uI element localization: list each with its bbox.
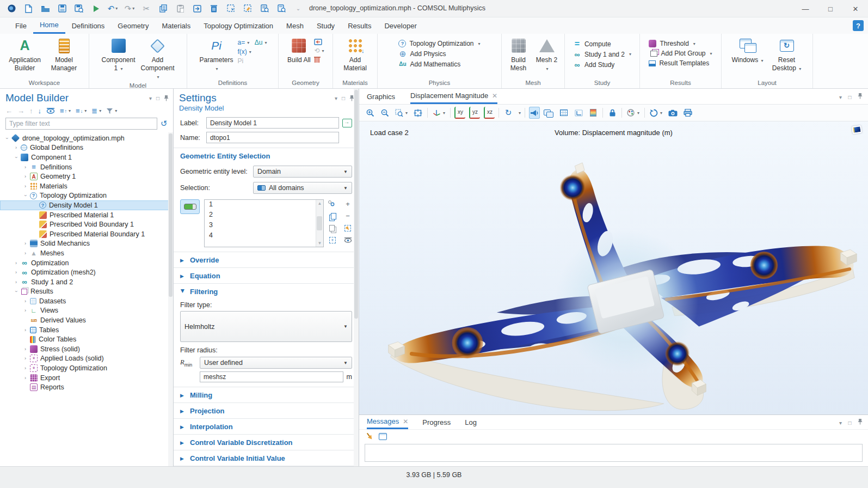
expander-icon[interactable]: › [13, 145, 20, 150]
domain-list-item[interactable]: 3 [205, 221, 323, 231]
panel-collapse-icon[interactable]: ▾ [839, 420, 842, 426]
expander-icon[interactable]: › [22, 308, 29, 313]
default-view-icon[interactable] [529, 107, 540, 119]
move-to-window-icon[interactable] [192, 4, 202, 14]
menu-home[interactable]: Home [33, 17, 65, 34]
tree-item-stress-solid[interactable]: ›Stress (solid) [0, 344, 173, 354]
expander-icon[interactable]: › [22, 164, 29, 170]
find-in-model-icon[interactable] [260, 4, 269, 14]
plot-update-icon[interactable]: ▾ [649, 107, 663, 119]
expander-icon[interactable]: › [22, 251, 29, 256]
sort-up-icon[interactable]: ≡↑▾ [60, 107, 71, 115]
close-button[interactable]: ✕ [843, 0, 868, 17]
back-icon[interactable]: ← [5, 107, 13, 115]
expander-icon[interactable]: › [22, 184, 29, 189]
virtual-operations-icon[interactable] [314, 56, 324, 63]
tree-item-optimization-mesh2[interactable]: ›Optimization (mesh2) [0, 267, 173, 277]
physics-interface-button[interactable]: Topology Optimization▾ [398, 40, 480, 47]
run-icon[interactable] [91, 4, 101, 14]
expander-icon[interactable]: › [22, 174, 29, 179]
list-scrollbar-thumb[interactable] [317, 216, 322, 230]
variables-button[interactable]: a=▾ [237, 39, 251, 46]
tree-item-results[interactable]: ›Results [0, 287, 173, 297]
geometric-entity-level-select[interactable]: Domain ▼ [253, 166, 352, 178]
panel-collapse-icon[interactable]: ▾ [149, 95, 152, 101]
show-grid-icon[interactable] [558, 107, 569, 119]
paste-icon[interactable] [175, 4, 185, 14]
rotate-icon[interactable] [503, 107, 514, 119]
expander-icon[interactable]: › [13, 270, 20, 275]
menu-results[interactable]: Results [341, 17, 378, 34]
add-plot-group-button[interactable]: Add Plot Group▾ [649, 50, 712, 57]
panel-collapse-icon[interactable]: ▾ [335, 95, 337, 101]
tree-item-study-1-and-2[interactable]: ›Study 1 and 2 [0, 277, 173, 287]
lock-view-icon[interactable] [607, 107, 618, 119]
scene-icon[interactable] [544, 109, 555, 117]
expander-icon[interactable]: › [14, 288, 19, 295]
view-xy-icon[interactable]: xy [454, 107, 465, 119]
section-milling[interactable]: ▶Milling [174, 387, 359, 402]
search-icon[interactable] [276, 4, 286, 14]
graphics-canvas[interactable]: Load case 2 Volume: Displacement magnitu… [359, 121, 868, 414]
tree-item-meshes[interactable]: ›Meshes [0, 248, 173, 258]
clear-selection-icon[interactable] [344, 224, 352, 231]
menu-definitions[interactable]: Definitions [65, 17, 112, 34]
windows-button[interactable]: Windows ▾ [730, 35, 766, 64]
tree-item-materials[interactable]: ›Materials [0, 181, 173, 191]
zoom-extents-icon[interactable] [413, 107, 423, 119]
tree-item-prescribed-material-1[interactable]: Prescribed Material 1 [0, 210, 173, 220]
tree-item-views[interactable]: ›Views [0, 306, 173, 316]
tree-item-topology-optimization-results[interactable]: ›Topology Optimization [0, 363, 173, 373]
snapshot-icon[interactable] [667, 107, 679, 119]
move-up-icon[interactable]: ↑ [29, 107, 33, 115]
tree-filter-input[interactable] [5, 118, 157, 130]
expander-icon[interactable]: › [22, 241, 29, 246]
import-icon[interactable] [314, 39, 324, 45]
domain-list-item[interactable]: 4 [205, 231, 323, 241]
section-override[interactable]: ▶Override [174, 252, 359, 267]
section-interpolation[interactable]: ▶Interpolation [174, 418, 359, 434]
expander-icon[interactable]: › [22, 365, 29, 371]
expander-icon[interactable]: › [13, 279, 20, 285]
appearance-icon[interactable]: ▾ [626, 107, 641, 119]
rename-icon[interactable] [342, 119, 352, 127]
section-control-variable-discretization[interactable]: ▶Control Variable Discretization [174, 434, 359, 450]
customize-toolbar-icon[interactable]: ⌄ [293, 4, 303, 14]
toggle-visibility-icon[interactable] [344, 236, 352, 243]
view-xz-icon[interactable]: xz [484, 107, 495, 119]
save-icon[interactable] [57, 4, 67, 14]
print-icon[interactable] [682, 107, 693, 119]
clear-selection-box-icon[interactable] [243, 4, 253, 14]
close-tab-icon[interactable]: ✕ [403, 418, 408, 425]
close-tab-icon[interactable]: ✕ [492, 92, 497, 100]
zoom-box-icon[interactable]: ▾ [394, 107, 409, 119]
expander-icon[interactable]: › [22, 356, 29, 361]
parameters-button[interactable]: Parameters ▾ [198, 35, 234, 72]
model-manager-button[interactable]: Model Manager [46, 35, 82, 72]
view-yz-icon[interactable]: yz [469, 107, 480, 119]
update-solution-button[interactable]: Δu▾ [255, 39, 267, 46]
tree-item-topology-optimization[interactable]: ›Topology Optimization [0, 191, 173, 201]
tree-item-derived-values[interactable]: Derived Values [0, 315, 173, 325]
selection-select[interactable]: All domains ▼ [253, 182, 352, 194]
zoom-to-selection-icon[interactable]: + [329, 236, 337, 243]
paste-selection-icon[interactable] [329, 224, 337, 231]
panel-pin-icon[interactable] [858, 93, 863, 99]
panel-float-icon[interactable]: □ [848, 420, 851, 426]
domain-list-item[interactable]: 2 [205, 210, 323, 221]
add-physics-button[interactable]: Add Physics [398, 50, 480, 58]
cut-icon[interactable]: ✂ [141, 4, 151, 14]
tree-item-model-root[interactable]: ›drone_topology_optimization.mph [0, 133, 173, 143]
help-button[interactable]: ? [853, 20, 864, 31]
add-mathematics-button[interactable]: Add Mathematics [398, 60, 480, 68]
expander-icon[interactable]: › [22, 327, 29, 333]
menu-study[interactable]: Study [310, 17, 341, 34]
tree-item-reports[interactable]: Reports [0, 382, 173, 392]
tree-item-tables[interactable]: ›Tables [0, 325, 173, 335]
open-folder-icon[interactable] [40, 4, 50, 14]
node-view-icon[interactable]: ≣▾ [91, 107, 101, 115]
create-selection-icon[interactable] [329, 200, 337, 208]
result-templates-button[interactable]: Result Templates [649, 59, 712, 67]
component-button[interactable]: Component 1 ▾ [101, 35, 137, 72]
build-mesh-button[interactable]: Build Mesh [507, 35, 531, 72]
